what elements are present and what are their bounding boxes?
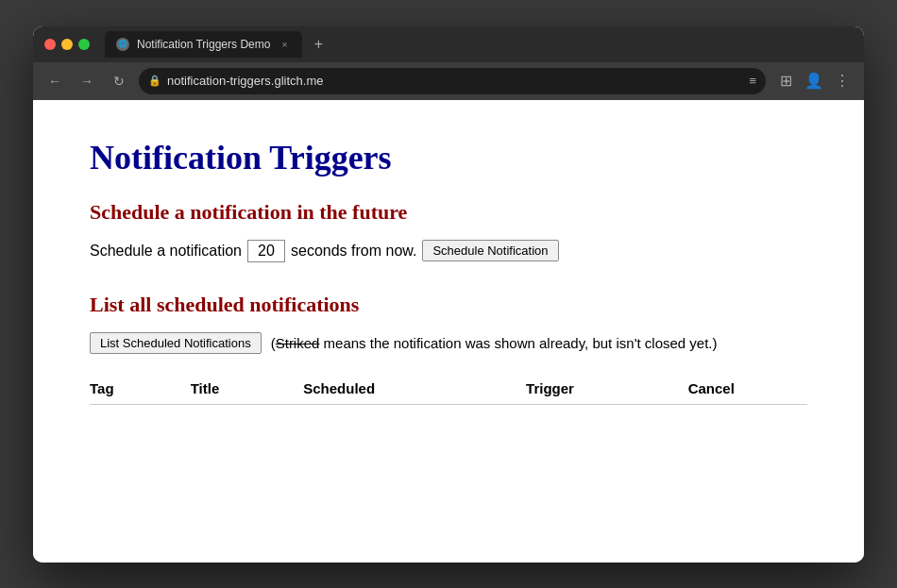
close-button[interactable] [44, 39, 56, 50]
reload-button[interactable]: ↻ [107, 69, 131, 93]
section2-title: List all scheduled notifications [90, 293, 807, 317]
toolbar: ← → ↻ 🔒 notification-triggers.glitch.me … [33, 62, 864, 100]
col-trigger: Trigger [526, 373, 688, 405]
schedule-suffix-label: seconds from now. [291, 243, 416, 260]
tab-bar: 🌐 Notification Triggers Demo × + [105, 31, 853, 58]
back-button[interactable]: ← [42, 69, 67, 93]
browser-window: 🌐 Notification Triggers Demo × + ← → ↻ 🔒… [33, 26, 864, 563]
traffic-lights [44, 39, 90, 50]
col-tag: Tag [90, 373, 191, 405]
col-cancel: Cancel [688, 373, 807, 405]
list-scheduled-row: List Scheduled Notifications (Striked me… [90, 332, 807, 354]
title-bar: 🌐 Notification Triggers Demo × + [33, 26, 864, 62]
address-bar[interactable]: 🔒 notification-triggers.glitch.me ≡ [139, 68, 766, 94]
extensions-button[interactable]: ⊞ [773, 69, 798, 93]
more-button[interactable]: ⋮ [830, 69, 855, 93]
striked-word: Striked [276, 335, 320, 351]
tab-favicon-icon: 🌐 [116, 38, 129, 51]
schedule-notification-button[interactable]: Schedule Notification [422, 240, 558, 261]
table-header-row: Tag Title Scheduled Trigger Cancel [90, 373, 807, 405]
forward-button[interactable]: → [75, 69, 99, 93]
address-url: notification-triggers.glitch.me [167, 74, 743, 88]
list-scheduled-notifications-button[interactable]: List Scheduled Notifications [90, 332, 262, 354]
schedule-row: Schedule a notification seconds from now… [90, 240, 807, 262]
schedule-seconds-input[interactable] [247, 240, 285, 262]
maximize-button[interactable] [78, 39, 90, 50]
notifications-table: Tag Title Scheduled Trigger Cancel [90, 373, 807, 405]
lock-icon: 🔒 [148, 75, 161, 87]
schedule-prefix-label: Schedule a notification [90, 243, 242, 260]
tab-close-button[interactable]: × [278, 38, 291, 51]
address-menu-icon: ≡ [749, 74, 756, 88]
section1-title: Schedule a notification in the future [90, 200, 807, 225]
striked-info: (Striked means the notification was show… [271, 335, 718, 351]
table-head: Tag Title Scheduled Trigger Cancel [90, 373, 807, 405]
tab-title-label: Notification Triggers Demo [137, 38, 270, 51]
account-button[interactable]: 👤 [802, 69, 826, 93]
active-tab[interactable]: 🌐 Notification Triggers Demo × [105, 31, 302, 58]
page-title: Notification Triggers [90, 138, 807, 177]
page-content: Notification Triggers Schedule a notific… [33, 100, 864, 563]
toolbar-right: ⊞ 👤 ⋮ [773, 69, 855, 93]
col-title: Title [191, 373, 304, 405]
new-tab-button[interactable]: + [308, 34, 329, 55]
col-scheduled: Scheduled [303, 373, 526, 405]
minimize-button[interactable] [61, 39, 73, 50]
